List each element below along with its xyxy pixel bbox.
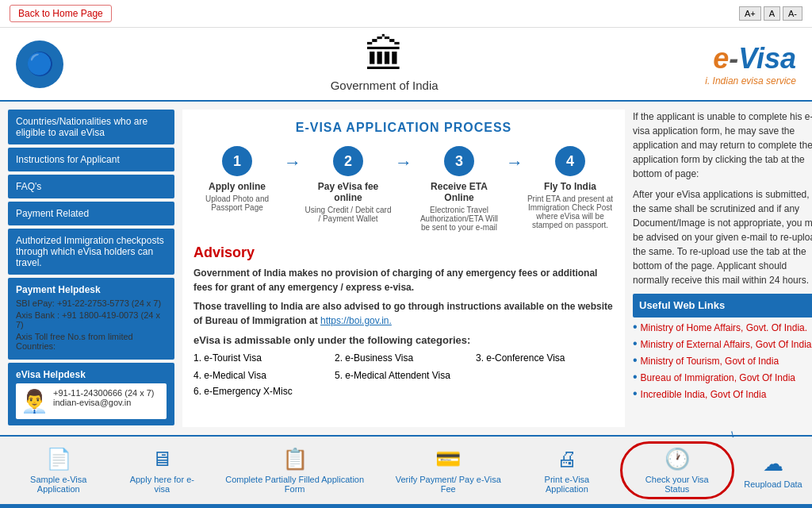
advisory-title: Advisory xyxy=(193,244,614,261)
useful-links-list: • Ministry of Home Affairs, Govt. Of Ind… xyxy=(633,321,812,402)
right-panel-text1: If the applicant is unable to complete h… xyxy=(633,110,812,181)
payment-helpdesk-box: Payment Helpdesk SBI ePay: +91-22-2753-5… xyxy=(8,278,174,360)
step-4-circle: 4 xyxy=(555,146,585,176)
font-increase-button[interactable]: A+ xyxy=(739,6,761,21)
toolbar-check-visa[interactable]: ➘ 🕐 Check your Visa Status xyxy=(620,441,734,499)
toolbar-print-label: Print e-Visa Application xyxy=(523,475,610,494)
category-1: 1. e-Tourist Visa xyxy=(193,351,331,365)
link-item-3: • Bureau of Immigration, Govt Of India xyxy=(633,371,812,385)
font-decrease-button[interactable]: A- xyxy=(783,6,802,21)
sidebar-item-countries[interactable]: Countries/Nationalities who are eligible… xyxy=(8,110,174,144)
step-1: 1 Apply online Upload Photo and Passport… xyxy=(193,146,281,212)
main-header: 🔵 🏛 Government of India e-Visa i. Indian… xyxy=(0,28,812,102)
sample-icon: 📄 xyxy=(46,447,71,471)
toolbar-verify[interactable]: 💳 Verify Payment/ Pay e-Visa Fee xyxy=(382,441,514,499)
category-4: 4. e-Medical Visa xyxy=(193,368,331,383)
apply-icon: 🖥 xyxy=(151,447,172,471)
step-2-desc: Using Credit / Debit card / Payment Wall… xyxy=(304,206,392,223)
sidebar: Countries/Nationalities who are eligible… xyxy=(8,110,174,427)
toolbar-apply[interactable]: 🖥 Apply here for e-visa xyxy=(117,441,208,499)
axis-info-text: Axis Bank : +91 1800-419-0073 (24 x 7) xyxy=(16,310,167,329)
step-2-circle: 2 xyxy=(333,146,363,176)
step-3-desc: Electronic Travel Authorization/ETA Will… xyxy=(416,206,503,232)
right-panel: If the applicant is unable to complete h… xyxy=(633,110,812,427)
bottom-toolbar: 📄 Sample e-Visa Application 🖥 Apply here… xyxy=(0,435,812,504)
toolbar-sample[interactable]: 📄 Sample e-Visa Application xyxy=(3,441,114,499)
font-size-controls: A+ A A- xyxy=(739,6,802,21)
step-3-label: Receive ETA Online xyxy=(416,181,503,203)
step-2-label: Pay eVisa fee online xyxy=(304,181,392,203)
link-dot-3: • xyxy=(633,371,638,383)
toolbar-reupload[interactable]: ☁ Reupload Data xyxy=(737,441,809,499)
sidebar-item-faqs[interactable]: FAQ's xyxy=(8,175,174,198)
toolbar-reupload-label: Reupload Data xyxy=(744,479,802,489)
check-visa-icon: 🕐 xyxy=(665,447,690,471)
link-item-0: • Ministry of Home Affairs, Govt. Of Ind… xyxy=(633,321,812,335)
toolbar-sample-label: Sample e-Visa Application xyxy=(10,475,108,494)
reupload-icon: ☁ xyxy=(763,452,783,476)
header-center: 🏛 Government of India xyxy=(331,36,439,92)
link-item-1: • Ministry of External Affairs, Govt Of … xyxy=(633,337,812,352)
advisory-para1: Government of India makes no provision o… xyxy=(193,266,614,294)
advisory-strong2: Those travelling to India are also advis… xyxy=(193,301,613,326)
advisory-para2: Those travelling to India are also advis… xyxy=(193,299,614,328)
sidebar-item-immigration[interactable]: Authorized Immigration checkposts throug… xyxy=(8,229,174,275)
arrow-3: → xyxy=(503,152,527,173)
verify-icon: 💳 xyxy=(435,447,461,471)
link-3[interactable]: Bureau of Immigration, Govt Of India xyxy=(641,371,795,385)
category-2: 2. e-Business Visa xyxy=(335,351,473,365)
link-dot-4: • xyxy=(633,387,638,400)
arrow-1: → xyxy=(281,152,304,173)
left-emblem-icon: 🔵 xyxy=(26,51,54,77)
link-dot-0: • xyxy=(633,321,638,333)
step-1-label: Apply online xyxy=(193,181,281,192)
link-item-4: • Incredible India, Govt Of India xyxy=(633,387,812,402)
link-dot-1: • xyxy=(633,337,638,350)
step-3: 3 Receive ETA Online Electronic Travel A… xyxy=(416,146,503,232)
back-home-button[interactable]: Back to Home Page xyxy=(10,5,112,22)
support-icon: 👨‍💼 xyxy=(21,388,48,414)
content-area: Countries/Nationalities who are eligible… xyxy=(0,102,812,435)
evisa-helpdesk-box: eVisa Helpdesk 👨‍💼 +91-11-24300666 (24 x… xyxy=(8,363,174,425)
step-3-circle: 3 xyxy=(444,146,474,176)
helpdesk-phone: +91-11-24300666 (24 x 7) xyxy=(53,388,155,398)
evisa-logo-area: e-Visa i. Indian evisa service xyxy=(705,42,796,87)
main-content: E-VISA APPLICATION PROCESS 1 Apply onlin… xyxy=(182,110,625,427)
step-4-desc: Print ETA and present at Immigration Che… xyxy=(527,194,614,229)
footer: Technical information for e-visa: This s… xyxy=(0,504,812,508)
step-4-label: Fly To India xyxy=(527,181,614,192)
process-title: E-VISA APPLICATION PROCESS xyxy=(193,121,614,135)
center-emblem-icon: 🏛 xyxy=(331,36,439,75)
left-emblem: 🔵 xyxy=(16,40,63,88)
step-1-circle: 1 xyxy=(222,146,252,176)
advisory-link[interactable]: https://boi.gov.in. xyxy=(320,315,392,326)
link-0[interactable]: Ministry of Home Affairs, Govt. Of India… xyxy=(641,321,808,335)
category-5: 5. e-Medical Attendent Visa xyxy=(335,368,473,383)
link-2[interactable]: Ministry of Tourism, Govt of India xyxy=(641,354,779,368)
helpdesk-contact: +91-11-24300666 (24 x 7) indian-evisa@go… xyxy=(53,388,155,407)
categories-title: eVisa is admissable only under the follo… xyxy=(193,334,614,346)
link-dot-2: • xyxy=(633,354,638,367)
toolbar-complete[interactable]: 📋 Complete Partially Filled Application … xyxy=(210,441,379,499)
link-4[interactable]: Incredible India, Govt Of India xyxy=(641,387,767,402)
toolbar-print[interactable]: 🖨 Print e-Visa Application xyxy=(517,441,616,499)
evisa-tagline: i. Indian evisa service xyxy=(705,75,796,87)
payment-helpdesk-title: Payment Helpdesk xyxy=(16,284,167,295)
toolbar-verify-label: Verify Payment/ Pay e-Visa Fee xyxy=(389,475,508,494)
step-4: 4 Fly To India Print ETA and present at … xyxy=(527,146,614,229)
print-icon: 🖨 xyxy=(557,447,577,471)
link-1[interactable]: Ministry of External Affairs, Govt Of In… xyxy=(641,337,812,352)
category-3: 3. e-Conference Visa xyxy=(476,351,614,365)
category-6: 6. e-Emergency X-Misc xyxy=(193,386,614,397)
advisory-strong1: Government of India makes no provision o… xyxy=(193,267,597,293)
sidebar-item-payment[interactable]: Payment Related xyxy=(8,202,174,225)
govt-text: Government of India xyxy=(331,79,439,92)
toolbar-complete-label: Complete Partially Filled Application Fo… xyxy=(216,475,373,494)
header-bar: Back to Home Page A+ A A- xyxy=(0,0,812,28)
step-1-desc: Upload Photo and Passport Page xyxy=(193,194,281,212)
link-item-2: • Ministry of Tourism, Govt of India xyxy=(633,354,812,368)
sidebar-item-instructions[interactable]: Instructions for Applicant xyxy=(8,148,174,171)
sbi-info-text: SBI ePay: +91-22-2753-5773 (24 x 7) xyxy=(16,298,167,308)
helpdesk-email: indian-evisa@gov.in xyxy=(53,398,155,407)
font-normal-button[interactable]: A xyxy=(764,6,780,21)
